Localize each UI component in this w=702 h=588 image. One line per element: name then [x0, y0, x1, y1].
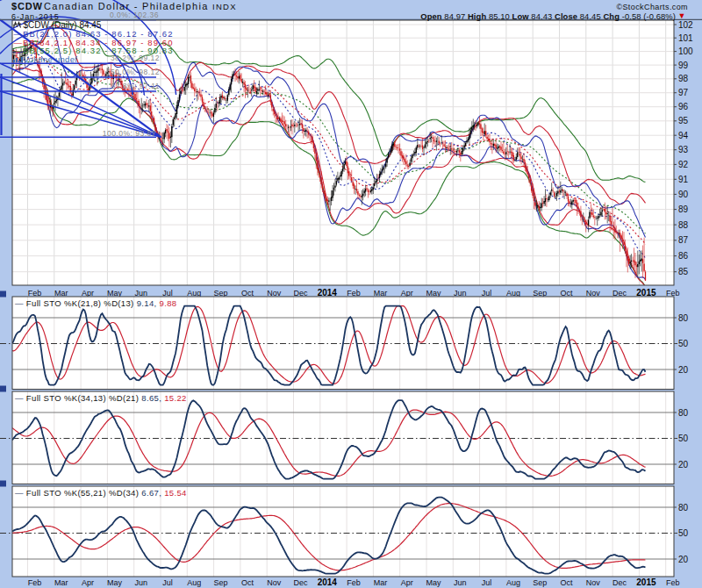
svg-text:▼: ▼ [678, 11, 686, 20]
svg-text:93: 93 [678, 145, 689, 154]
svg-text:Apr: Apr [401, 289, 413, 298]
svg-text:102: 102 [678, 20, 693, 30]
svg-text:Feb: Feb [666, 578, 680, 587]
svg-text:Oct: Oct [241, 578, 254, 587]
svg-text:May: May [426, 578, 441, 587]
svg-text:Jul: Jul [482, 578, 492, 587]
svg-text:97: 97 [678, 88, 689, 97]
svg-text:2015: 2015 [636, 577, 656, 587]
svg-text:— Full STO %K(21,8) %D(13) 9.1: — Full STO %K(21,8) %D(13) 9.14, 9.88 [15, 298, 176, 308]
svg-text:20: 20 [678, 555, 689, 564]
svg-text:$CDW: $CDW [11, 1, 43, 11]
svg-text:— Full STO %K(34,13) %D(21) 8.: — Full STO %K(34,13) %D(21) 8.65, 15.22 [15, 393, 187, 403]
svg-text:98: 98 [678, 74, 689, 83]
svg-text:— Full STO %K(55,21) %D(34) 6.: — Full STO %K(55,21) %D(34) 6.67, 15.54 [15, 488, 187, 498]
svg-text:6-Jan-2015: 6-Jan-2015 [11, 12, 60, 21]
svg-text:88: 88 [678, 220, 689, 230]
svg-text:Dec: Dec [293, 578, 308, 587]
svg-text:Oct: Oct [560, 289, 573, 298]
svg-text:Open 84.97 High 85.10 Low 84.4: Open 84.97 High 85.10 Low 84.43 Close 84… [420, 11, 676, 21]
svg-text:2014: 2014 [318, 288, 338, 298]
svg-text:87: 87 [678, 235, 689, 245]
svg-text:91: 91 [678, 175, 689, 184]
svg-text:Jul: Jul [482, 289, 492, 298]
svg-text:Mar: Mar [54, 289, 68, 298]
svg-text:Mar: Mar [374, 289, 388, 298]
svg-text:Sep: Sep [533, 289, 547, 298]
svg-text:96: 96 [678, 102, 689, 111]
svg-text:Apr: Apr [82, 578, 94, 587]
svg-text:50: 50 [678, 528, 689, 538]
svg-text:95: 95 [678, 116, 689, 125]
svg-text:May: May [107, 289, 123, 298]
svg-text:Feb: Feb [347, 578, 361, 587]
svg-text:61.8%: 97.11: 61.8%: 97.11 [111, 82, 160, 90]
svg-text:92: 92 [678, 160, 689, 169]
svg-text:Mar: Mar [374, 578, 388, 587]
svg-text:Aug: Aug [187, 578, 201, 587]
svg-text:Mar: Mar [54, 578, 68, 587]
svg-text:Sep: Sep [214, 289, 228, 298]
svg-text:Dec: Dec [612, 289, 627, 298]
svg-text:Aug: Aug [506, 289, 520, 298]
svg-text:2014: 2014 [318, 577, 338, 587]
svg-text:80: 80 [678, 408, 689, 418]
svg-text:©StockCharts.com: ©StockCharts.com [616, 3, 688, 11]
svg-text:100.0%: 93.87: 100.0%: 93.87 [103, 129, 156, 138]
svg-text:Feb: Feb [28, 578, 42, 587]
svg-text:Feb: Feb [28, 289, 42, 298]
svg-text:90: 90 [678, 190, 689, 199]
svg-text:50.0%: 98.12: 50.0%: 98.12 [111, 68, 160, 76]
svg-text:Sep: Sep [214, 578, 228, 587]
svg-text:May: May [426, 289, 441, 298]
svg-text:Aug: Aug [506, 578, 520, 587]
svg-text:Jun: Jun [134, 289, 147, 298]
svg-text:Oct: Oct [241, 289, 254, 298]
svg-text:Oct: Oct [560, 578, 573, 587]
svg-text:Jul: Jul [162, 289, 173, 298]
svg-text:Apr: Apr [401, 578, 413, 587]
svg-text:Nov: Nov [267, 578, 282, 587]
svg-text:Jul: Jul [162, 578, 173, 587]
svg-text:20: 20 [678, 365, 689, 375]
svg-text:2015: 2015 [636, 288, 656, 298]
svg-text:May: May [107, 578, 123, 587]
svg-text:89: 89 [678, 204, 689, 214]
svg-text:Sep: Sep [533, 578, 547, 587]
svg-text:Jun: Jun [454, 578, 467, 587]
svg-text:101: 101 [678, 33, 693, 43]
svg-text:Dec: Dec [612, 578, 627, 587]
svg-text:Dec: Dec [293, 289, 308, 298]
svg-text:20: 20 [678, 460, 689, 470]
svg-text:Nov: Nov [586, 289, 601, 298]
svg-text:86: 86 [678, 251, 689, 261]
svg-text:Feb: Feb [666, 289, 680, 298]
svg-text:Apr: Apr [82, 289, 94, 298]
svg-text:85: 85 [678, 267, 689, 276]
svg-text:Aug: Aug [187, 289, 201, 298]
svg-text:100: 100 [678, 47, 693, 56]
svg-text:Feb: Feb [347, 289, 361, 298]
svg-text:50: 50 [678, 339, 689, 348]
svg-text:80: 80 [678, 503, 689, 513]
svg-text:50: 50 [678, 434, 689, 443]
svg-text:Volume undef: Volume undef [24, 54, 78, 64]
svg-text:Nov: Nov [267, 289, 282, 298]
svg-text:Jun: Jun [454, 289, 467, 298]
svg-text:99: 99 [678, 61, 689, 70]
svg-text:80: 80 [678, 313, 689, 323]
svg-text:Nov: Nov [586, 578, 601, 587]
svg-text:94: 94 [678, 131, 689, 140]
svg-text:0.0%: 102.36: 0.0%: 102.36 [110, 11, 159, 19]
svg-text:Canadian Dollar - Philadelphia: Canadian Dollar - Philadelphia INDX [44, 1, 237, 11]
svg-text:Jun: Jun [134, 578, 147, 587]
